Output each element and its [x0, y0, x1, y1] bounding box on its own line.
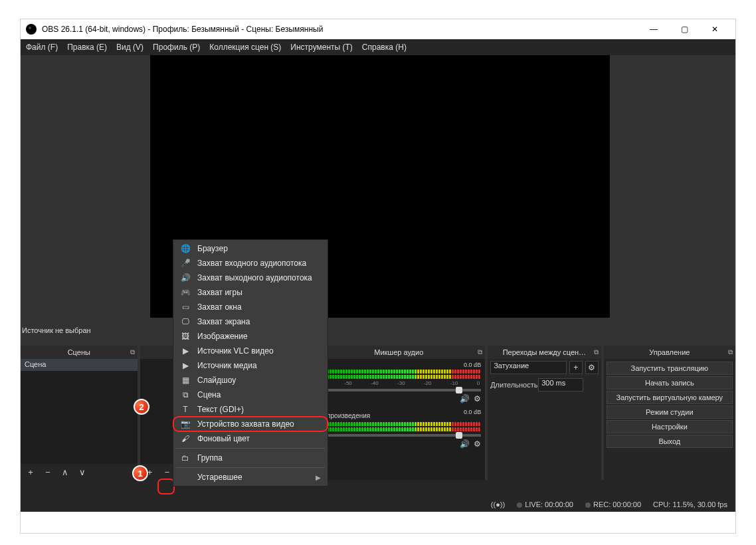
mute-icon[interactable]: 🔊	[460, 439, 470, 449]
status-live: LIVE: 00:00:00	[525, 500, 573, 508]
popout-icon[interactable]: ⧉	[130, 348, 135, 356]
transition-add-button[interactable]: +	[569, 361, 583, 374]
scenes-panel: Сцены ⧉ Сцена + − ∧ ∨	[21, 346, 138, 480]
audio-meter	[316, 422, 481, 426]
menu-edit[interactable]: Правка (E)	[67, 43, 107, 52]
scene-down-button[interactable]: ∨	[76, 466, 88, 478]
duration-input[interactable]: 300 ms	[538, 378, 583, 391]
controls-header: Управление ⧉	[604, 346, 735, 359]
ctx-browser[interactable]: 🌐Браузер	[173, 241, 328, 256]
ctx-media-source[interactable]: ▶Источник медиа	[173, 358, 328, 373]
chevron-right-icon: ▶	[316, 474, 321, 481]
start-stream-button[interactable]: Запустить трансляцию	[607, 362, 733, 375]
ctx-vlc-source[interactable]: ▶Источник VLC видео	[173, 344, 328, 358]
mixer-title: Микшер аудио	[374, 348, 423, 356]
menu-help[interactable]: Справка (H)	[362, 43, 407, 52]
scene-item[interactable]: Сцена	[21, 359, 138, 371]
annotation-badge-1: 1	[132, 465, 148, 481]
canvas-area: Источник не выбран	[21, 55, 735, 346]
menu-file[interactable]: Файл (F)	[26, 43, 58, 52]
globe-icon: 🌐	[180, 243, 191, 254]
ctx-image[interactable]: 🖼Изображение	[173, 329, 328, 344]
transitions-header: Переходы между сцен… ⧉	[488, 346, 601, 359]
volume-slider[interactable]	[316, 434, 481, 437]
ctx-separator	[176, 467, 325, 468]
audio-meter	[316, 427, 481, 431]
no-source-label: Источник не выбран	[22, 326, 91, 334]
ctx-text[interactable]: TТекст (GDI+)	[173, 402, 328, 417]
audio-meter	[316, 375, 481, 379]
controls-body: Запустить трансляцию Начать запись Запус…	[604, 359, 735, 480]
transitions-title: Переходы между сцен…	[503, 348, 586, 356]
exit-button[interactable]: Выход	[607, 435, 733, 448]
scenes-list[interactable]: Сцена	[21, 359, 138, 464]
folder-icon: 🗀	[180, 453, 191, 463]
start-record-button[interactable]: Начать запись	[607, 376, 733, 389]
ctx-audio-output[interactable]: 🔊Захват выходного аудиопотока	[173, 271, 328, 285]
bottom-fill	[21, 480, 735, 497]
volume-slider[interactable]	[316, 389, 481, 391]
mixer-gear-icon[interactable]: ⚙	[474, 439, 481, 449]
window-icon: ▭	[180, 302, 191, 312]
transition-settings-button[interactable]: ⚙	[585, 361, 599, 374]
ctx-video-capture-device[interactable]: 📷Устройство захвата видео	[173, 417, 328, 431]
ctx-game-capture[interactable]: 🎮Захват игры	[173, 285, 328, 300]
window-title: OBS 26.1.1 (64-bit, windows) - Профиль: …	[42, 25, 638, 34]
app-window: OBS 26.1.1 (64-bit, windows) - Профиль: …	[20, 19, 736, 534]
mixer-gear-icon[interactable]: ⚙	[474, 394, 481, 403]
menu-profile[interactable]: Профиль (P)	[153, 43, 200, 52]
scene-add-button[interactable]: +	[25, 466, 37, 478]
mixer-db-label: 0.0 dB	[464, 362, 481, 368]
studio-mode-button[interactable]: Режим студии	[607, 405, 733, 419]
image-icon: 🖼	[180, 331, 191, 342]
ctx-scene[interactable]: ⧉Сцена	[173, 387, 328, 402]
duration-label: Длительность	[490, 381, 535, 389]
statusbar: ((●)) LIVE: 00:00:00 REC: 00:00:00 CPU: …	[21, 497, 735, 512]
scene-up-button[interactable]: ∧	[59, 466, 71, 478]
settings-button[interactable]: Настройки	[607, 420, 733, 433]
scenes-toolbar: + − ∧ ∨	[21, 464, 138, 480]
mixer-header: Микшер аудио ⧉	[312, 346, 485, 359]
mixer-channel: 0.0 dB -60-50-40-30-20-100 🔊 ⚙	[312, 359, 485, 406]
mute-icon[interactable]: 🔊	[460, 394, 470, 403]
scene-remove-button[interactable]: −	[42, 466, 54, 478]
start-virtualcam-button[interactable]: Запустить виртуальную камеру	[607, 391, 733, 404]
ctx-display-capture[interactable]: 🖵Захват экрана	[173, 314, 328, 329]
transition-select[interactable]: Затухание	[490, 361, 567, 374]
status-cpu: CPU: 11.5%, 30.00 fps	[653, 500, 727, 508]
menu-view[interactable]: Вид (V)	[116, 43, 143, 52]
monitor-icon: 🖵	[180, 316, 191, 327]
ctx-window-capture[interactable]: ▭Захват окна	[173, 300, 328, 314]
close-button[interactable]: ✕	[700, 19, 730, 39]
scenes-header: Сцены ⧉	[21, 346, 138, 359]
titlebar: OBS 26.1.1 (64-bit, windows) - Профиль: …	[21, 19, 735, 39]
ctx-slideshow[interactable]: ▦Слайдшоу	[173, 373, 328, 387]
source-remove-button[interactable]: −	[161, 466, 173, 478]
ctx-color-source[interactable]: 🖌Фоновый цвет	[173, 431, 328, 446]
popout-icon[interactable]: ⧉	[594, 348, 599, 356]
ctx-audio-input[interactable]: 🎤Захват входного аудиопотока	[173, 256, 328, 271]
maximize-button[interactable]: ▢	[669, 19, 700, 39]
play-icon: ▶	[180, 346, 191, 356]
scene-icon: ⧉	[180, 389, 191, 400]
camera-icon: 📷	[180, 419, 191, 429]
ctx-deprecated-submenu[interactable]: Устаревшее▶	[173, 470, 328, 485]
broadcast-icon: ((●))	[491, 500, 505, 508]
panels-row: Сцены ⧉ Сцена + − ∧ ∨ Источники ⧉ + −	[21, 346, 735, 480]
obs-logo-icon	[26, 24, 37, 35]
minimize-button[interactable]: —	[638, 19, 669, 39]
popout-icon[interactable]: ⧉	[728, 348, 733, 356]
audio-meter	[316, 370, 481, 374]
menu-scene-collection[interactable]: Коллекция сцен (S)	[209, 43, 281, 52]
slides-icon: ▦	[180, 375, 191, 385]
popout-icon[interactable]: ⧉	[478, 348, 482, 356]
menu-tools[interactable]: Инструменты (T)	[290, 43, 352, 52]
ctx-group[interactable]: 🗀Группа	[173, 451, 328, 465]
controls-title: Управление	[649, 348, 690, 356]
controls-panel: Управление ⧉ Запустить трансляцию Начать…	[604, 346, 735, 480]
add-source-context-menu: 🌐Браузер 🎤Захват входного аудиопотока 🔊З…	[173, 239, 328, 487]
ctx-separator	[176, 448, 325, 449]
scenes-title: Сцены	[68, 348, 90, 356]
mixer-channel: воспроизведения 0.0 dB 🔊 ⚙	[312, 406, 485, 451]
menubar: Файл (F) Правка (E) Вид (V) Профиль (P) …	[21, 39, 735, 55]
